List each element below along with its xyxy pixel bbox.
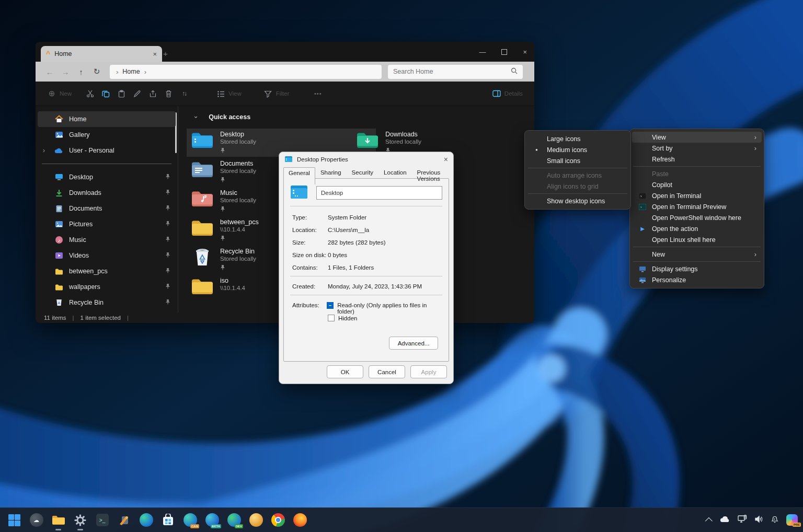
explorer-titlebar[interactable]: ^ Home × + — × — [36, 42, 534, 62]
menu-item-display-settings[interactable]: Display settings — [632, 263, 762, 274]
back-icon[interactable]: ← — [42, 67, 58, 76]
filter-icon[interactable] — [260, 86, 276, 101]
tab-security[interactable]: Security — [347, 167, 379, 184]
submenu-item-small-icons[interactable]: Small icons — [527, 155, 628, 166]
new-tab-button[interactable]: + — [163, 49, 168, 58]
more-options-icon[interactable]: ••• — [310, 86, 326, 101]
search-input[interactable]: Search Home — [388, 65, 523, 79]
tab-general[interactable]: General — [283, 167, 315, 184]
microsoft-store-icon[interactable] — [161, 513, 175, 527]
filter-label[interactable]: Filter — [276, 90, 290, 97]
breadcrumb[interactable]: Home — [122, 68, 140, 75]
submenu-item-show-desktop-icons[interactable]: Show desktop icons — [527, 195, 628, 206]
folder-name-input[interactable]: Desktop — [316, 186, 442, 200]
edge-icon[interactable] — [139, 513, 153, 527]
delete-icon[interactable] — [160, 86, 176, 101]
menu-item-personalize[interactable]: Personalize — [632, 274, 762, 285]
dialog-titlebar[interactable]: Desktop Properties × — [279, 152, 453, 167]
menu-item-view[interactable]: View› — [632, 132, 762, 143]
sidebar-item-user-personal[interactable]: › User - Personal — [36, 143, 178, 158]
menu-item-open-powershell[interactable]: Open PowerShell window here — [632, 212, 762, 223]
submenu-item-auto-arrange[interactable]: Auto arrange icons — [527, 170, 628, 181]
up-icon[interactable]: ↑ — [73, 67, 89, 76]
forward-icon[interactable]: → — [58, 67, 73, 76]
dialog-close-icon[interactable]: × — [444, 155, 448, 164]
apply-button[interactable]: Apply — [410, 365, 447, 378]
start-button[interactable] — [7, 513, 21, 527]
menu-item-open-in-terminal[interactable]: › Open in Terminal — [632, 190, 762, 201]
tray-overflow-chevron-icon[interactable] — [705, 517, 713, 525]
sidebar-item-recycle-bin[interactable]: Recycle Bin — [36, 295, 178, 310]
volume-tray-icon[interactable] — [754, 515, 763, 525]
tab-close-icon[interactable]: × — [153, 50, 157, 58]
settings-icon[interactable] — [73, 513, 87, 527]
search-icon[interactable] — [511, 67, 518, 76]
sidebar-item-gallery[interactable]: Gallery — [36, 127, 178, 143]
quick-access-header[interactable]: Quick access — [209, 113, 250, 121]
tab-previous-versions[interactable]: Previous Versions — [412, 167, 453, 184]
sidebar-item-downloads[interactable]: Downloads — [36, 185, 178, 201]
menu-item-refresh[interactable]: Refresh — [632, 154, 762, 165]
terminal-icon[interactable]: >_ — [95, 513, 109, 527]
sidebar-item-music[interactable]: ♪ Music — [36, 232, 178, 248]
readonly-checkbox[interactable]: – — [327, 302, 334, 309]
sidebar-item-videos[interactable]: Videos — [36, 248, 178, 263]
sidebar-item-documents[interactable]: Documents — [36, 201, 178, 216]
address-bar[interactable]: › Home › — [110, 65, 382, 79]
chevron-down-icon[interactable]: › — [192, 116, 200, 118]
explorer-tab-home[interactable]: ^ Home × — [41, 46, 162, 62]
sidebar-item-desktop[interactable]: Desktop — [36, 169, 178, 185]
chrome-icon[interactable] — [271, 513, 285, 527]
chevron-right-icon[interactable]: › — [144, 68, 146, 76]
menu-item-new[interactable]: New› — [632, 249, 762, 260]
menu-item-sort-by[interactable]: Sort by› — [632, 143, 762, 154]
view-icon[interactable] — [213, 86, 228, 101]
menu-item-paste[interactable]: Paste — [632, 168, 762, 179]
edge-dev-icon[interactable]: DEV — [227, 513, 241, 527]
sidebar-item-wallpapers[interactable]: wallpapers — [36, 279, 178, 295]
new-item-icon[interactable]: ⊕ — [44, 86, 60, 101]
submenu-item-medium-icons[interactable]: ● Medium icons — [527, 144, 628, 155]
menu-item-open-in-terminal-preview[interactable]: › Open in Terminal Preview — [632, 201, 762, 212]
cancel-button[interactable]: Cancel — [369, 365, 405, 378]
chevron-right-icon[interactable]: › — [43, 147, 45, 154]
cut-icon[interactable] — [82, 86, 98, 101]
sidebar-item-home[interactable]: Home — [38, 111, 176, 127]
ok-button[interactable]: OK — [327, 365, 363, 378]
network-tray-icon[interactable] — [738, 515, 747, 525]
hidden-checkbox[interactable] — [328, 315, 335, 321]
paste-icon[interactable] — [113, 86, 129, 101]
refresh-icon[interactable]: ↻ — [89, 67, 105, 76]
minimize-button[interactable]: — — [479, 48, 486, 56]
details-label[interactable]: Details — [504, 90, 523, 97]
rename-icon[interactable] — [129, 86, 145, 101]
edge-beta-icon[interactable]: BETA — [205, 513, 219, 527]
submenu-item-large-icons[interactable]: Large icons — [527, 133, 628, 144]
gold-app-icon[interactable] — [249, 513, 263, 527]
sidebar-item-pictures[interactable]: Pictures — [36, 216, 178, 232]
sidebar-item-between-pcs[interactable]: between_pcs — [36, 263, 178, 279]
edge-canary-icon[interactable]: CAN — [183, 513, 197, 527]
advanced-button[interactable]: Advanced... — [389, 337, 438, 350]
firefox-icon[interactable] — [293, 513, 307, 527]
dev-tool-icon[interactable] — [117, 513, 131, 527]
pin-icon — [165, 189, 170, 196]
onedrive-tray-icon[interactable] — [720, 515, 730, 525]
tab-location[interactable]: Location — [378, 167, 411, 184]
menu-item-copilot[interactable]: Copilot — [632, 179, 762, 190]
file-explorer-icon[interactable] — [51, 513, 65, 527]
sort-icon[interactable]: ↑↓ — [176, 86, 192, 101]
maximize-button[interactable] — [501, 49, 507, 55]
details-pane-icon[interactable] — [489, 86, 504, 101]
tab-sharing[interactable]: Sharing — [315, 167, 347, 184]
widgets-icon[interactable]: ☁ — [29, 513, 43, 527]
submenu-item-align-to-grid[interactable]: Align icons to grid — [527, 181, 628, 192]
share-icon[interactable] — [145, 86, 160, 101]
close-button[interactable]: × — [523, 48, 527, 56]
menu-item-open-linux-shell[interactable]: Open Linux shell here — [632, 234, 762, 245]
view-label[interactable]: View — [228, 90, 242, 97]
menu-item-open-the-action[interactable]: ▶ Open the action — [632, 223, 762, 234]
copy-icon[interactable] — [98, 86, 113, 101]
copilot-icon[interactable]: PRE — [786, 514, 798, 526]
notifications-bell-icon[interactable]: z — [771, 515, 779, 525]
